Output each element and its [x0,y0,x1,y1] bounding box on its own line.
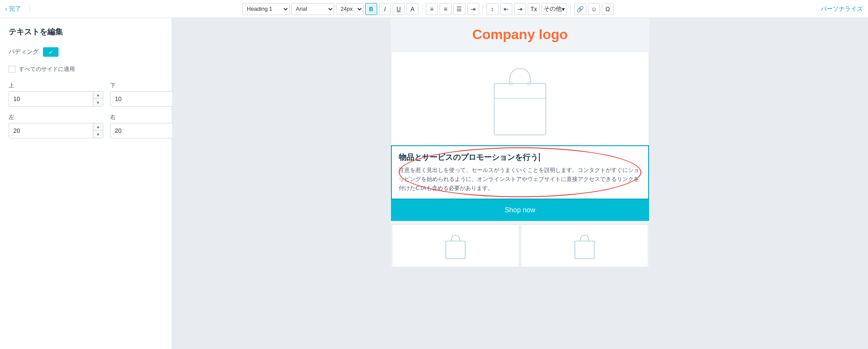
clear-format-button[interactable]: Tx [528,3,540,15]
indent-button[interactable]: ⇥ [467,3,479,15]
all-sides-row: すべてのサイドに適用 [9,65,163,73]
toggle-check-icon: ✓ [49,49,53,55]
indent-left-button[interactable]: ⇤ [500,3,512,15]
small-bag-image-2 [572,231,597,261]
company-logo: Company logo [472,27,568,42]
heading-text: 物品とサービスのプロモーションを行う [399,152,538,162]
formatting-controls: Heading 1 Heading 2 Normal Arial Georgia… [35,3,821,15]
padding-label: パディング [9,48,39,56]
left-spinners: ▲ ▼ [93,123,103,138]
underline-button[interactable]: U [393,3,405,15]
italic-button[interactable]: I [379,3,391,15]
more-chevron-icon: ▾ [562,6,565,12]
all-sides-checkbox[interactable] [9,66,15,73]
align-left-icon: ≡ [430,6,434,12]
text-heading: 物品とサービスのプロモーションを行う [399,152,641,162]
divider-2 [483,4,483,14]
clear-format-icon: Tx [530,6,537,12]
left-input[interactable] [9,123,93,138]
heading-select[interactable]: Heading 1 Heading 2 Normal [242,3,289,15]
divider-1 [422,4,422,14]
align-left-button[interactable]: ≡ [426,3,438,15]
product-bag-image [486,58,554,139]
left-label: 左 [9,113,103,121]
text-body: 注意を惹く見出しを使って、セールスがうまくいくことを説明します。コンタクトがすぐ… [399,166,641,193]
indent-left-icon: ⇤ [504,6,509,12]
product-image-card[interactable] [391,51,649,146]
all-sides-label: すべてのサイドに適用 [19,65,75,73]
padding-toggle[interactable]: ✓ [43,47,58,57]
svg-rect-0 [494,83,546,135]
bold-button[interactable]: B [365,3,377,15]
personalize-button[interactable]: パーソナライズ [821,5,863,13]
text-color-button[interactable]: A [406,3,419,15]
underline-icon: U [397,6,401,12]
toolbar-right: パーソナライズ [821,5,863,13]
panel-title: テキストを編集 [9,27,163,37]
email-canvas: Company logo [391,18,649,267]
shop-now-button[interactable]: Shop now [391,199,649,221]
bottom-products-row [391,224,649,267]
left-padding-field: 左 ▲ ▼ [9,113,103,138]
padding-row: パディング ✓ [9,47,163,57]
special-char-button[interactable]: Ω [602,3,614,15]
top-input-wrapper: ▲ ▼ [9,91,103,107]
svg-rect-5 [575,241,594,259]
indent-icon: ⇥ [471,6,476,12]
top-label: 上 [9,82,103,89]
link-button[interactable]: 🔗 [574,3,586,15]
toolbar: ‹ 完了 Heading 1 Heading 2 Normal Arial Ge… [0,0,868,18]
emoji-button[interactable]: ☺ [588,3,600,15]
top-decrement-button[interactable]: ▼ [93,99,103,106]
more-button[interactable]: その他 ▾ [542,3,567,15]
text-content-box[interactable]: 物品とサービスのプロモーションを行う 注意を惹く見出しを使って、セールスがうまく… [391,145,649,199]
svg-rect-4 [446,241,465,259]
back-button[interactable]: ‹ 完了 [5,5,30,13]
special-char-icon: Ω [606,6,610,12]
font-size-select[interactable]: 24px 18px 32px [336,3,363,15]
emoji-icon: ☺ [591,6,597,12]
font-select[interactable]: Arial Georgia Verdana [291,3,334,15]
align-center-button[interactable]: ≡ [440,3,452,15]
left-panel: テキストを編集 パディング ✓ すべてのサイドに適用 上 ▲ ▼ [0,18,172,349]
align-center-icon: ≡ [444,6,447,12]
top-increment-button[interactable]: ▲ [93,92,103,99]
top-spinners: ▲ ▼ [93,92,103,106]
bottom-product-card-1[interactable] [392,224,519,267]
list-button[interactable]: ☰ [453,3,465,15]
divider-3 [570,4,571,14]
bold-icon: B [369,6,373,12]
email-header: Company logo [391,18,649,51]
link-icon: 🔗 [576,6,584,12]
indent-right-icon: ⇥ [517,6,523,12]
canvas-area: Company logo [172,18,868,349]
top-padding-field: 上 ▲ ▼ [9,82,103,107]
more-label: その他 [544,5,562,13]
padding-grid: 上 ▲ ▼ 下 ▲ ▼ [9,82,163,138]
top-input[interactable] [9,92,93,106]
left-input-wrapper: ▲ ▼ [9,123,103,138]
small-bag-image-1 [443,231,468,261]
main-layout: テキストを編集 パディング ✓ すべてのサイドに適用 上 ▲ ▼ [0,18,868,349]
left-decrement-button[interactable]: ▼ [93,131,103,138]
spacing-icon: ↕ [491,6,494,12]
back-label: 完了 [9,5,21,13]
cursor-bar [539,153,540,162]
indent-right-button[interactable]: ⇥ [514,3,526,15]
text-color-icon: A [410,6,414,12]
list-icon: ☰ [456,6,462,12]
back-arrow-icon: ‹ [5,6,7,12]
bottom-product-card-2[interactable] [521,224,648,267]
ellipse-container: 物品とサービスのプロモーションを行う 注意を惹く見出しを使って、セールスがうまく… [391,145,649,199]
italic-icon: I [384,6,386,12]
left-increment-button[interactable]: ▲ [93,123,103,131]
spacing-button[interactable]: ↕ [486,3,499,15]
